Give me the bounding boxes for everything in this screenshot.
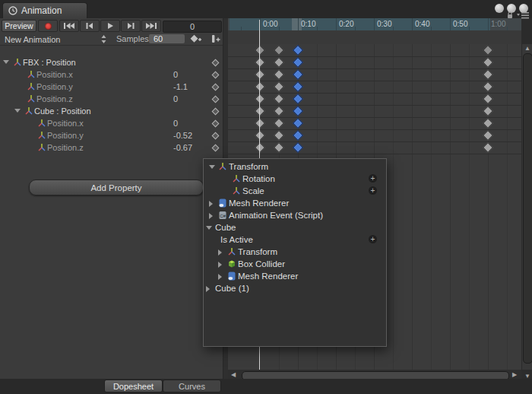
keyframe[interactable] xyxy=(274,94,284,104)
property-row[interactable]: Position.y-1.1 xyxy=(0,81,223,93)
add-plus-icon[interactable]: + xyxy=(369,174,377,183)
go-to-end-button[interactable] xyxy=(141,20,161,32)
popup-item[interactable]: Mesh Renderer xyxy=(204,270,385,282)
key-diamond-icon[interactable] xyxy=(212,108,220,116)
key-diamond-icon[interactable] xyxy=(212,120,220,128)
next-key-button[interactable] xyxy=(121,20,141,32)
key-diamond-icon[interactable] xyxy=(212,84,220,91)
property-row[interactable]: Position.x0 xyxy=(0,68,223,81)
keyframe[interactable] xyxy=(483,45,493,56)
popup-item[interactable]: Transform xyxy=(204,160,385,173)
record-button[interactable] xyxy=(38,20,58,32)
keyframe[interactable] xyxy=(483,118,493,129)
property-row[interactable]: Position.y-0.52 xyxy=(0,129,223,141)
property-value[interactable]: 0 xyxy=(173,70,178,79)
keyframe[interactable] xyxy=(274,81,284,92)
keyframe[interactable] xyxy=(274,106,284,116)
keyframe[interactable] xyxy=(483,142,493,153)
foldout-arrow-icon[interactable] xyxy=(206,286,210,292)
add-keyframe-button[interactable] xyxy=(187,33,204,44)
keyframe[interactable] xyxy=(255,142,265,153)
keyframe[interactable] xyxy=(483,94,493,104)
vertical-scroll-thumb[interactable] xyxy=(523,53,532,364)
keyframe[interactable] xyxy=(483,69,493,80)
keyframe[interactable] xyxy=(274,57,284,68)
samples-field[interactable]: 60 xyxy=(149,34,185,43)
keyframe[interactable] xyxy=(274,130,284,141)
add-property-button[interactable]: Add Property xyxy=(29,180,204,195)
property-row[interactable]: Position.z0 xyxy=(0,93,223,105)
keyframe-selected[interactable] xyxy=(293,106,303,116)
popup-item[interactable]: C#Animation Event (Script) xyxy=(204,209,385,221)
keyframe[interactable] xyxy=(483,81,493,92)
add-event-button[interactable] xyxy=(207,33,223,44)
foldout-arrow-icon[interactable] xyxy=(209,165,215,169)
play-button[interactable] xyxy=(100,20,120,32)
property-value[interactable]: 0 xyxy=(173,119,178,128)
keyframe[interactable] xyxy=(255,69,265,80)
keyframe-selected[interactable] xyxy=(293,57,303,68)
keyframe[interactable] xyxy=(255,45,265,56)
go-to-begin-button[interactable] xyxy=(59,20,79,32)
keyframe[interactable] xyxy=(274,142,284,153)
add-plus-icon[interactable]: + xyxy=(369,235,377,243)
keyframe[interactable] xyxy=(483,106,493,116)
add-plus-icon[interactable]: + xyxy=(369,186,377,195)
key-diamond-icon[interactable] xyxy=(212,132,220,140)
keyframe[interactable] xyxy=(274,45,284,56)
popup-item[interactable]: Cube (1) xyxy=(204,282,385,294)
scroll-right-icon[interactable]: ▶ xyxy=(512,372,517,378)
scroll-left-icon[interactable]: ◀ xyxy=(231,372,236,378)
popup-item[interactable]: Transform xyxy=(204,246,385,258)
foldout-arrow-icon[interactable] xyxy=(206,226,212,230)
property-row[interactable]: Position.z-0.67 xyxy=(0,141,223,154)
preview-button[interactable]: Preview xyxy=(2,20,36,32)
keyframe-selected[interactable] xyxy=(293,69,303,80)
property-value[interactable]: -1.1 xyxy=(173,82,188,91)
keyframe[interactable] xyxy=(483,130,493,141)
popup-item[interactable]: Cube xyxy=(204,221,385,234)
foldout-arrow-icon[interactable] xyxy=(218,262,222,268)
foldout-arrow-icon[interactable] xyxy=(218,274,222,280)
keyframe-selected[interactable] xyxy=(293,81,303,92)
popup-item[interactable]: Box Collider xyxy=(204,258,385,270)
frame-field[interactable]: 0 xyxy=(163,21,222,33)
key-diamond-icon[interactable] xyxy=(212,96,220,103)
foldout-arrow-icon[interactable] xyxy=(218,249,222,256)
popup-item[interactable]: Rotation+ xyxy=(204,173,385,185)
time-ruler[interactable]: 0:000:100:200:300:400:501:00 xyxy=(228,18,521,30)
property-value[interactable]: 0 xyxy=(173,94,178,103)
property-row[interactable]: Position.x0 xyxy=(0,117,223,129)
property-group-row[interactable]: Cube : Position xyxy=(0,105,223,117)
key-diamond-icon[interactable] xyxy=(212,59,220,67)
keyframe[interactable] xyxy=(255,94,265,104)
tab-dopesheet[interactable]: Dopesheet xyxy=(104,380,163,392)
property-group-row[interactable]: FBX : Position xyxy=(0,56,223,68)
keyframe[interactable] xyxy=(255,81,265,92)
keyframe[interactable] xyxy=(274,118,284,129)
clip-dropdown[interactable]: New Animation xyxy=(0,33,112,45)
foldout-arrow-icon[interactable] xyxy=(209,201,213,207)
key-diamond-icon[interactable] xyxy=(212,145,220,152)
keyframe-selected[interactable] xyxy=(293,130,303,141)
tab-animation[interactable]: Animation xyxy=(2,2,87,18)
keyframe-selected[interactable] xyxy=(293,45,303,56)
keyframe-selected[interactable] xyxy=(293,118,303,129)
foldout-arrow-icon[interactable] xyxy=(14,109,21,113)
keyframe-selected[interactable] xyxy=(293,94,303,104)
popup-item[interactable]: Scale+ xyxy=(204,185,385,197)
popup-item[interactable]: Is Active+ xyxy=(204,234,385,246)
property-value[interactable]: -0.52 xyxy=(173,131,192,140)
keyframe[interactable] xyxy=(255,57,265,68)
foldout-arrow-icon[interactable] xyxy=(3,60,9,64)
key-diamond-icon[interactable] xyxy=(212,71,220,79)
popup-item[interactable]: Mesh Renderer xyxy=(204,197,385,209)
window-button-1[interactable] xyxy=(495,4,504,13)
keyframe[interactable] xyxy=(255,118,265,129)
prev-key-button[interactable] xyxy=(80,20,100,32)
scroll-up-icon[interactable]: ▲ xyxy=(524,46,530,52)
keyframe[interactable] xyxy=(255,130,265,141)
keyframe-selected[interactable] xyxy=(293,142,303,153)
keyframe[interactable] xyxy=(483,57,493,68)
tab-curves[interactable]: Curves xyxy=(163,380,221,392)
